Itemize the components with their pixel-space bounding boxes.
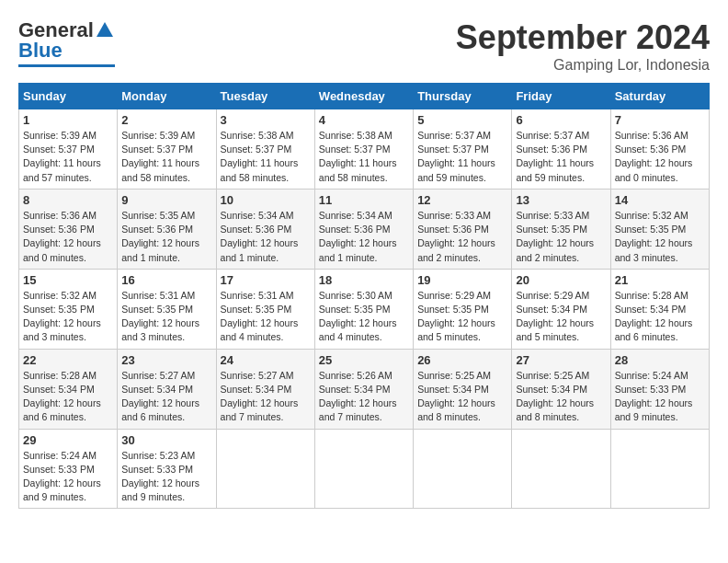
empty-cell (414, 429, 512, 509)
calendar-day-8: 8Sunrise: 5:36 AMSunset: 5:36 PMDaylight… (19, 189, 118, 269)
day-number: 23 (121, 353, 211, 367)
calendar-day-15: 15Sunrise: 5:32 AMSunset: 5:35 PMDayligh… (19, 269, 118, 349)
day-number: 2 (121, 113, 211, 127)
day-number: 14 (615, 193, 705, 207)
day-info: Sunrise: 5:24 AMSunset: 5:33 PMDaylight:… (615, 369, 705, 425)
day-info: Sunrise: 5:36 AMSunset: 5:36 PMDaylight:… (615, 129, 705, 185)
day-info: Sunrise: 5:29 AMSunset: 5:34 PMDaylight:… (516, 289, 606, 345)
day-info: Sunrise: 5:27 AMSunset: 5:34 PMDaylight:… (221, 369, 311, 425)
day-number: 17 (221, 273, 311, 287)
svg-marker-0 (97, 22, 113, 37)
empty-cell (610, 429, 709, 509)
calendar-day-20: 20Sunrise: 5:29 AMSunset: 5:34 PMDayligh… (512, 269, 610, 349)
calendar-day-1: 1Sunrise: 5:39 AMSunset: 5:37 PMDaylight… (19, 109, 118, 190)
day-info: Sunrise: 5:33 AMSunset: 5:36 PMDaylight:… (417, 209, 507, 265)
day-info: Sunrise: 5:27 AMSunset: 5:34 PMDaylight:… (121, 369, 211, 425)
logo-icon (95, 20, 115, 40)
calendar-day-17: 17Sunrise: 5:31 AMSunset: 5:35 PMDayligh… (216, 269, 314, 349)
day-number: 3 (221, 113, 311, 127)
empty-cell (216, 429, 314, 509)
day-info: Sunrise: 5:30 AMSunset: 5:35 PMDaylight:… (319, 289, 409, 345)
column-header-friday: Friday (512, 84, 610, 109)
empty-cell (512, 429, 610, 509)
day-info: Sunrise: 5:37 AMSunset: 5:36 PMDaylight:… (516, 129, 606, 185)
calendar-day-29: 29Sunrise: 5:24 AMSunset: 5:33 PMDayligh… (19, 429, 118, 509)
calendar-day-19: 19Sunrise: 5:29 AMSunset: 5:35 PMDayligh… (414, 269, 512, 349)
day-number: 10 (221, 193, 311, 207)
calendar-week-2: 8Sunrise: 5:36 AMSunset: 5:36 PMDaylight… (19, 189, 710, 269)
calendar-day-12: 12Sunrise: 5:33 AMSunset: 5:36 PMDayligh… (414, 189, 512, 269)
day-info: Sunrise: 5:33 AMSunset: 5:35 PMDaylight:… (516, 209, 606, 265)
day-number: 4 (319, 113, 409, 127)
column-header-wednesday: Wednesday (314, 84, 413, 109)
day-info: Sunrise: 5:31 AMSunset: 5:35 PMDaylight:… (121, 289, 211, 345)
calendar-day-14: 14Sunrise: 5:32 AMSunset: 5:35 PMDayligh… (610, 189, 709, 269)
calendar-day-9: 9Sunrise: 5:35 AMSunset: 5:36 PMDaylight… (118, 189, 216, 269)
day-number: 16 (121, 273, 211, 287)
day-info: Sunrise: 5:39 AMSunset: 5:37 PMDaylight:… (23, 129, 113, 185)
day-number: 26 (417, 353, 507, 367)
day-number: 11 (319, 193, 409, 207)
calendar-day-21: 21Sunrise: 5:28 AMSunset: 5:34 PMDayligh… (610, 269, 709, 349)
column-header-monday: Monday (118, 84, 216, 109)
day-number: 15 (23, 273, 113, 287)
column-header-tuesday: Tuesday (216, 84, 314, 109)
day-number: 27 (516, 353, 606, 367)
day-info: Sunrise: 5:26 AMSunset: 5:34 PMDaylight:… (319, 369, 409, 425)
calendar-day-4: 4Sunrise: 5:38 AMSunset: 5:37 PMDaylight… (314, 109, 413, 190)
calendar-day-13: 13Sunrise: 5:33 AMSunset: 5:35 PMDayligh… (512, 189, 610, 269)
logo-text-blue: Blue (18, 39, 63, 63)
calendar-day-25: 25Sunrise: 5:26 AMSunset: 5:34 PMDayligh… (314, 349, 413, 429)
day-info: Sunrise: 5:38 AMSunset: 5:37 PMDaylight:… (319, 129, 409, 185)
calendar-day-6: 6Sunrise: 5:37 AMSunset: 5:36 PMDaylight… (512, 109, 610, 190)
day-info: Sunrise: 5:28 AMSunset: 5:34 PMDaylight:… (615, 289, 705, 345)
calendar-day-16: 16Sunrise: 5:31 AMSunset: 5:35 PMDayligh… (118, 269, 216, 349)
calendar-day-27: 27Sunrise: 5:25 AMSunset: 5:34 PMDayligh… (512, 349, 610, 429)
day-info: Sunrise: 5:31 AMSunset: 5:35 PMDaylight:… (221, 289, 311, 345)
day-info: Sunrise: 5:25 AMSunset: 5:34 PMDaylight:… (516, 369, 606, 425)
day-number: 6 (516, 113, 606, 127)
calendar-day-5: 5Sunrise: 5:37 AMSunset: 5:37 PMDaylight… (414, 109, 512, 190)
day-info: Sunrise: 5:25 AMSunset: 5:34 PMDaylight:… (417, 369, 507, 425)
day-number: 20 (516, 273, 606, 287)
calendar-title: September 2024 (456, 18, 710, 57)
calendar-day-3: 3Sunrise: 5:38 AMSunset: 5:37 PMDaylight… (216, 109, 314, 190)
day-number: 22 (23, 353, 113, 367)
calendar-day-18: 18Sunrise: 5:30 AMSunset: 5:35 PMDayligh… (314, 269, 413, 349)
column-header-saturday: Saturday (610, 84, 709, 109)
title-block: September 2024 Gamping Lor, Indonesia (456, 18, 710, 74)
column-header-thursday: Thursday (414, 84, 512, 109)
calendar-week-1: 1Sunrise: 5:39 AMSunset: 5:37 PMDaylight… (19, 109, 710, 190)
page-header: General Blue September 2024 Gamping Lor,… (18, 18, 710, 74)
column-header-sunday: Sunday (19, 84, 118, 109)
day-number: 5 (417, 113, 507, 127)
day-info: Sunrise: 5:24 AMSunset: 5:33 PMDaylight:… (23, 449, 113, 505)
day-info: Sunrise: 5:29 AMSunset: 5:35 PMDaylight:… (417, 289, 507, 345)
calendar-subtitle: Gamping Lor, Indonesia (456, 57, 710, 74)
day-number: 21 (615, 273, 705, 287)
calendar-day-26: 26Sunrise: 5:25 AMSunset: 5:34 PMDayligh… (414, 349, 512, 429)
day-info: Sunrise: 5:32 AMSunset: 5:35 PMDaylight:… (615, 209, 705, 265)
day-info: Sunrise: 5:32 AMSunset: 5:35 PMDaylight:… (23, 289, 113, 345)
calendar-day-30: 30Sunrise: 5:23 AMSunset: 5:33 PMDayligh… (118, 429, 216, 509)
day-info: Sunrise: 5:39 AMSunset: 5:37 PMDaylight:… (121, 129, 211, 185)
day-info: Sunrise: 5:28 AMSunset: 5:34 PMDaylight:… (23, 369, 113, 425)
day-number: 30 (121, 433, 211, 447)
calendar-week-3: 15Sunrise: 5:32 AMSunset: 5:35 PMDayligh… (19, 269, 710, 349)
day-info: Sunrise: 5:36 AMSunset: 5:36 PMDaylight:… (23, 209, 113, 265)
calendar-day-22: 22Sunrise: 5:28 AMSunset: 5:34 PMDayligh… (19, 349, 118, 429)
calendar-day-24: 24Sunrise: 5:27 AMSunset: 5:34 PMDayligh… (216, 349, 314, 429)
day-number: 18 (319, 273, 409, 287)
calendar-day-23: 23Sunrise: 5:27 AMSunset: 5:34 PMDayligh… (118, 349, 216, 429)
day-info: Sunrise: 5:38 AMSunset: 5:37 PMDaylight:… (221, 129, 311, 185)
day-number: 12 (417, 193, 507, 207)
day-info: Sunrise: 5:34 AMSunset: 5:36 PMDaylight:… (319, 209, 409, 265)
day-number: 29 (23, 433, 113, 447)
day-number: 1 (23, 113, 113, 127)
calendar-day-7: 7Sunrise: 5:36 AMSunset: 5:36 PMDaylight… (610, 109, 709, 190)
calendar-day-11: 11Sunrise: 5:34 AMSunset: 5:36 PMDayligh… (314, 189, 413, 269)
day-number: 13 (516, 193, 606, 207)
day-info: Sunrise: 5:35 AMSunset: 5:36 PMDaylight:… (121, 209, 211, 265)
logo: General Blue (18, 18, 115, 67)
day-number: 24 (221, 353, 311, 367)
